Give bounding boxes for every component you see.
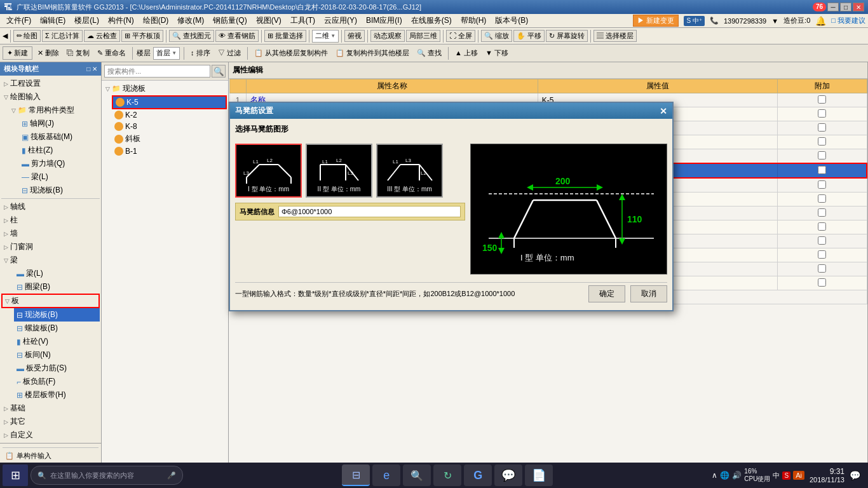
close-btn[interactable]: ✕ xyxy=(853,3,864,11)
nav-slab-gap[interactable]: ⊟ 板间(N) xyxy=(14,348,100,362)
bell-icon[interactable]: 🔔 xyxy=(815,16,826,26)
taskbar-app-search[interactable]: 🔍 xyxy=(403,464,431,486)
clock-area[interactable]: 9:31 2018/11/13 xyxy=(810,467,844,484)
suggest-btn[interactable]: □ 我要建议 xyxy=(831,16,865,25)
copy-layer-btn[interactable]: ⿻ 复制 xyxy=(64,47,92,59)
taskbar-app-main[interactable]: ⊟ xyxy=(342,464,370,486)
comp-slope[interactable]: 斜板 xyxy=(112,132,227,146)
cloud-check-btn[interactable]: ☁ 云检查 xyxy=(84,30,120,42)
nav-shear-wall[interactable]: ▬ 剪力墙(Q) xyxy=(19,157,100,170)
up-btn[interactable]: ▲ 上移 xyxy=(452,47,480,59)
menu-rebar[interactable]: 钢筋量(Q) xyxy=(209,14,250,27)
copy-from-btn[interactable]: 📋 从其他楼层复制构件 xyxy=(252,47,330,59)
dynamic-btn[interactable]: 动态观察 xyxy=(370,30,405,42)
find-in-layer-btn[interactable]: 🔍 查找 xyxy=(414,47,444,59)
nav-col-concrete[interactable]: ▮ 柱砼(V) xyxy=(14,335,100,348)
prop-check-12[interactable] xyxy=(778,248,867,262)
menu-cloud[interactable]: 云应用(Y) xyxy=(320,14,361,27)
partial3d-btn[interactable]: 局部三维 xyxy=(406,30,440,42)
dialog-title-bar[interactable]: 马凳筋设置 ✕ xyxy=(230,103,672,119)
find-btn[interactable]: 🔍 查找图元 xyxy=(169,30,214,42)
nav-beam[interactable]: — 梁(L) xyxy=(19,170,100,184)
nav-axis[interactable]: ⊞ 轴网(J) xyxy=(19,117,100,130)
menu-view[interactable]: 视图(V) xyxy=(252,14,285,27)
nav-custom[interactable]: ▷ 自定义 xyxy=(1,428,100,442)
prop-check-8[interactable] xyxy=(778,193,867,207)
new-layer-btn[interactable]: ✦ 新建 xyxy=(3,46,32,60)
nav-spiral-slab[interactable]: ⊟ 螺旋板(B) xyxy=(14,322,100,335)
menu-component[interactable]: 构件(N) xyxy=(104,14,138,27)
prop-check-2[interactable] xyxy=(778,107,867,121)
prop-check-14[interactable] xyxy=(778,276,867,290)
mic-icon[interactable]: 🎤 xyxy=(167,471,176,480)
view-rebar-btn[interactable]: 👁 查看钢筋 xyxy=(215,30,259,42)
nav-others[interactable]: ▷ 其它 xyxy=(1,415,100,428)
dialog-close-btn[interactable]: ✕ xyxy=(660,106,667,116)
nav-beam-group[interactable]: ▽ 梁 xyxy=(1,254,100,267)
prop-check-3[interactable] xyxy=(778,121,867,135)
nav-wall-group[interactable]: ▷ 墙 xyxy=(1,227,100,240)
nav-foundation[interactable]: ▷ 基础 xyxy=(1,402,100,415)
nav-ring-beam[interactable]: ⊟ 圈梁(B) xyxy=(14,280,100,294)
view-mode-dropdown[interactable]: 二维 ▼ xyxy=(312,30,339,43)
comp-b1[interactable]: B-1 xyxy=(112,146,227,157)
comp-root[interactable]: ▽ 📁 现浇板 xyxy=(103,82,227,95)
prop-check-4[interactable] xyxy=(778,135,867,149)
fullscreen-btn[interactable]: ⛶ 全屏 xyxy=(446,30,475,42)
prop-check-5[interactable] xyxy=(778,149,867,164)
menu-draw[interactable]: 绘图(D) xyxy=(139,14,173,27)
flat-top-btn[interactable]: ⊞ 平齐板顶 xyxy=(121,30,163,42)
panel-close-btn[interactable]: □ ✕ xyxy=(86,65,97,72)
draw-btn[interactable]: ✏绘图 xyxy=(13,30,41,42)
shape-type2[interactable]: L1 L2 L3 II 型 单位：mm xyxy=(306,144,372,198)
info-input[interactable] xyxy=(278,206,461,217)
back-icon[interactable]: ◀ xyxy=(3,32,8,40)
nav-mat-found[interactable]: ▣ 筏板基础(M) xyxy=(19,130,100,144)
minimize-btn[interactable]: ─ xyxy=(827,3,839,11)
menu-file[interactable]: 文件(F) xyxy=(3,14,35,27)
nav-draw-input[interactable]: ▽ 绘图输入 xyxy=(1,90,100,104)
pan-btn[interactable]: ✋ 平移 xyxy=(513,30,545,42)
nav-col-group[interactable]: ▷ 柱 xyxy=(1,214,100,227)
menu-version[interactable]: 版本号(B) xyxy=(491,14,532,27)
nav-column[interactable]: ▮ 柱柱(Z) xyxy=(19,144,100,157)
sort-btn[interactable]: ↕ 排序 xyxy=(188,47,213,59)
menu-online[interactable]: 在线服务(S) xyxy=(407,14,456,27)
nav-slab-group[interactable]: ▽ 板 xyxy=(1,294,100,308)
nav-settings[interactable]: ▷ 工程设置 xyxy=(1,77,100,90)
zoom-btn[interactable]: 🔍 缩放 xyxy=(481,30,512,42)
taskbar-app-edge[interactable]: e xyxy=(372,464,400,486)
menu-floor[interactable]: 楼层(L) xyxy=(71,14,103,27)
prop-check-11[interactable] xyxy=(778,234,867,248)
maximize-btn[interactable]: □ xyxy=(840,3,851,11)
batch-select-btn[interactable]: ⊞ 批量选择 xyxy=(264,30,306,42)
search-input[interactable] xyxy=(104,65,210,78)
rename-btn[interactable]: ✎ 重命名 xyxy=(95,47,128,59)
prop-check-1[interactable] xyxy=(778,93,867,107)
taskbar-app-chat[interactable]: 💬 xyxy=(494,464,522,486)
menu-edit[interactable]: 编辑(E) xyxy=(36,14,69,27)
nav-beam-l[interactable]: ▬ 梁(L) xyxy=(14,267,100,280)
menu-help[interactable]: 帮助(H) xyxy=(457,14,491,27)
notifications-btn[interactable]: 💬 xyxy=(850,470,860,480)
prop-check-6[interactable] xyxy=(778,163,867,178)
copy-to-btn[interactable]: 📋 复制构件到其他楼层 xyxy=(333,47,412,59)
prop-check-9[interactable] xyxy=(778,207,867,220)
input-method[interactable]: 中 xyxy=(773,471,780,480)
comp-k2[interactable]: K-2 xyxy=(112,109,227,121)
tray-network[interactable]: 🌐 xyxy=(720,471,729,480)
taskbar-app-g[interactable]: G xyxy=(464,464,492,486)
menu-bim[interactable]: BIM应用(I) xyxy=(362,14,406,27)
new-change-btn[interactable]: ▶ 新建变更 xyxy=(633,15,679,27)
search-btn[interactable]: 🔍 xyxy=(212,65,226,78)
menu-modify[interactable]: 修改(M) xyxy=(173,14,208,27)
nav-cast-slab-item[interactable]: ⊟ 现浇板(B) xyxy=(14,308,100,322)
confirm-btn[interactable]: 确定 xyxy=(588,285,625,302)
single-comp-input[interactable]: 📋 单构件输入 xyxy=(3,449,98,463)
taskbar-search[interactable]: 🔍 在这里输入你要搜索的内容 🎤 xyxy=(31,466,183,485)
filter-btn[interactable]: ▽ 过滤 xyxy=(215,47,243,59)
menu-tools[interactable]: 工具(T) xyxy=(287,14,319,27)
overview-btn[interactable]: 俯视 xyxy=(344,30,365,42)
shape-type1[interactable]: L1 L2 L3 I 型 单位：mm xyxy=(235,144,302,198)
delete-icon-btn[interactable]: ✕ 删除 xyxy=(35,47,62,59)
